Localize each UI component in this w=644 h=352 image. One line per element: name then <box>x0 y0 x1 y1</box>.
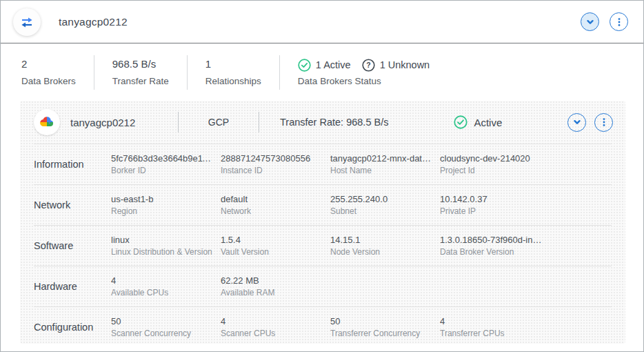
stat-value: 1 <box>205 58 261 70</box>
field-cell: 14.15.1 Node Version <box>330 235 440 257</box>
stats-strip: 2 Data Brokers 968.5 B/s Transfer Rate 1… <box>1 43 643 101</box>
broker-name: tanyagcp0212 <box>70 117 178 128</box>
data-broker-page: tanyagcp0212 2 Data Brokers 968.5 B/s <box>0 0 644 352</box>
section-label: Information <box>34 159 111 170</box>
stat-label: Relationships <box>205 76 261 86</box>
field-label: Borker ID <box>111 166 214 175</box>
page-header: tanyagcp0212 <box>1 1 643 43</box>
field-value: us-east1-b <box>111 194 214 204</box>
field-label: Available RAM <box>221 288 323 297</box>
field-value: linux <box>111 235 214 245</box>
field-label: Vault Version <box>221 247 323 257</box>
active-count: 1 Active <box>316 59 351 70</box>
page-menu-button[interactable] <box>610 12 628 31</box>
field-label: Instance ID <box>221 166 323 175</box>
gcp-logo <box>34 109 60 135</box>
kebab-menu-icon <box>614 17 625 28</box>
section-label: Hardware <box>34 281 111 292</box>
field-label: Scanner Concurrency <box>111 329 214 338</box>
detail-section-row: Network us-east1-b Region default Networ… <box>34 184 612 225</box>
field-cell: 255.255.240.0 Subnet <box>330 194 440 216</box>
stat-relationships: 1 Relationships <box>188 55 280 90</box>
unknown-question-icon: ? <box>362 59 375 72</box>
collapse-broker-button[interactable] <box>567 113 586 132</box>
field-value: 1.5.4 <box>221 235 323 245</box>
field-label: Subnet <box>330 206 433 216</box>
broker-status: Active <box>454 115 502 129</box>
field-label: Transferrer Concurrency <box>330 329 433 338</box>
field-cell: linux Linux Distribution & Version <box>111 235 221 257</box>
stat-label: Data Brokers <box>21 76 76 86</box>
header-actions <box>581 12 628 31</box>
transfer-arrows-icon <box>19 14 34 30</box>
field-label: Project Id <box>440 166 543 175</box>
field-cell: cloudsync-dev-214020 Project Id <box>440 153 550 175</box>
broker-menu-button[interactable] <box>594 113 613 132</box>
field-cell: 50 Scanner Concurrency <box>111 316 221 338</box>
field-cell: 5fc766b3d3e3664b9e116... Borker ID <box>111 153 221 175</box>
field-value: 10.142.0.37 <box>440 194 543 204</box>
field-value: 4 <box>111 275 214 286</box>
field-value: 50 <box>111 316 214 326</box>
field-cell: us-east1-b Region <box>111 194 221 216</box>
section-label: Software <box>34 240 111 251</box>
field-label: Network <box>221 206 323 216</box>
svg-text:?: ? <box>366 61 370 69</box>
field-value: 14.15.1 <box>330 235 433 245</box>
stat-value: 968.5 B/s <box>112 58 169 70</box>
field-value: 62.22 MB <box>221 275 323 286</box>
field-value: 288871247573080556 <box>221 153 323 164</box>
active-check-icon <box>298 59 311 72</box>
divider <box>259 112 259 133</box>
field-cell: tanyagcp0212-mnx-data-... Host Name <box>330 153 440 175</box>
chevron-down-icon <box>585 17 596 28</box>
field-label: Region <box>111 206 214 216</box>
data-broker-card: tanyagcp0212 GCP Transfer Rate: 968.5 B/… <box>20 101 625 344</box>
collapse-panel-button[interactable] <box>581 12 599 31</box>
detail-section-row: Software linux Linux Distribution & Vers… <box>34 225 612 266</box>
field-value: cloudsync-dev-214020 <box>440 153 543 164</box>
stat-label: Transfer Rate <box>112 76 169 86</box>
field-value: 4 <box>221 316 323 326</box>
section-label: Configuration <box>34 322 111 333</box>
field-cell: 4 Scanner CPUs <box>221 316 330 338</box>
broker-transfer-rate: Transfer Rate: 968.5 B/s <box>280 117 388 128</box>
kebab-menu-icon <box>598 117 610 128</box>
detail-section-row: Configuration 50 Scanner Concurrency 4 S… <box>34 306 612 344</box>
field-value: 50 <box>330 316 433 326</box>
field-value: tanyagcp0212-mnx-data-... <box>330 153 433 164</box>
field-label: Private IP <box>440 206 543 216</box>
chevron-down-icon <box>572 117 583 128</box>
stat-transfer-rate: 968.5 B/s Transfer Rate <box>94 55 188 90</box>
field-value: 4 <box>440 316 543 326</box>
field-cell: 1.3.0.18650-73f960d-integ Data Broker Ve… <box>440 235 550 257</box>
field-value: 1.3.0.18650-73f960d-integ <box>440 235 543 245</box>
field-label: Node Version <box>330 247 433 257</box>
field-label: Linux Distribution & Version <box>111 247 214 257</box>
stat-value: 2 <box>21 58 76 70</box>
status-stat-label: Data Brokers Status <box>298 76 430 86</box>
field-cell: 4 Available CPUs <box>111 275 221 297</box>
active-check-icon <box>454 115 467 129</box>
stat-data-brokers: 2 Data Brokers <box>21 55 94 90</box>
field-cell: 50 Transferrer Concurrency <box>330 316 440 338</box>
field-label: Available CPUs <box>111 288 214 297</box>
sync-relationship-button[interactable] <box>13 8 41 36</box>
section-label: Network <box>34 199 111 211</box>
stat-brokers-status: 1 Active ? 1 Unknown Data Brokers Status <box>280 55 447 90</box>
broker-card-header: tanyagcp0212 GCP Transfer Rate: 968.5 B/… <box>20 101 625 144</box>
field-label: Scanner CPUs <box>221 329 323 338</box>
detail-section-row: Hardware 4 Available CPUs 62.22 MB Avail… <box>34 266 612 306</box>
field-cell: default Network <box>221 194 330 216</box>
field-label: Transferrer CPUs <box>440 329 543 338</box>
broker-status-text: Active <box>474 117 502 128</box>
field-cell: 1.5.4 Vault Version <box>221 235 330 257</box>
field-cell: 288871247573080556 Instance ID <box>221 153 330 175</box>
field-value: 5fc766b3d3e3664b9e116... <box>111 153 214 164</box>
status-line: 1 Active ? 1 Unknown <box>298 59 430 72</box>
field-value: default <box>221 194 323 204</box>
field-cell: 4 Transferrer CPUs <box>440 316 550 338</box>
field-cell: 10.142.0.37 Private IP <box>440 194 550 216</box>
broker-card-actions <box>567 113 613 132</box>
field-label: Data Broker Version <box>440 247 543 257</box>
